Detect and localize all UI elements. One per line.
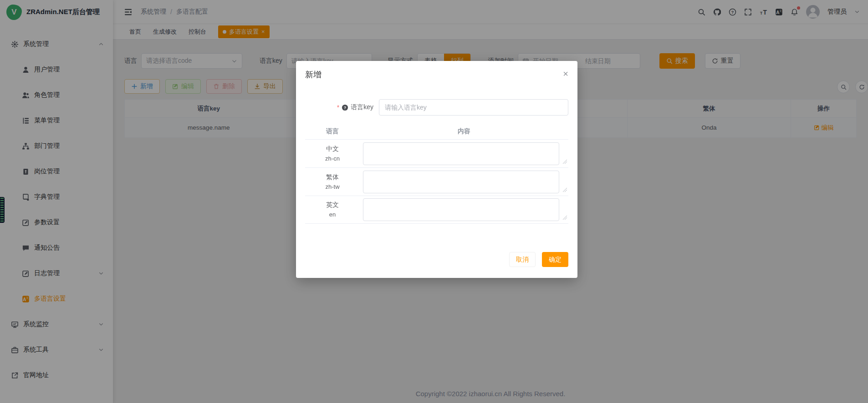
translation-row-zh-cn: 中文 zh-cn: [305, 139, 568, 167]
required-asterisk: *: [337, 104, 339, 111]
content-cell: [360, 198, 568, 221]
language-name-cell: 繁体 zh-tw: [305, 172, 360, 191]
close-icon[interactable]: ×: [563, 69, 568, 78]
language-key-label-zone: * 语言key: [305, 103, 373, 111]
column-header-content: 内容: [360, 127, 568, 136]
column-header-language: 语言: [305, 127, 360, 136]
translations-table: 语言 内容 中文 zh-cn 繁体 zh-tw 英文 en: [305, 124, 568, 224]
content-cell: [360, 171, 568, 193]
content-cell: [360, 142, 568, 165]
zh-tw-content-textarea[interactable]: [363, 171, 559, 193]
cancel-button[interactable]: 取消: [509, 252, 536, 267]
confirm-button[interactable]: 确定: [542, 252, 568, 267]
add-dialog: 新增 × * 语言key 语言 内容 中文 zh-cn 繁体 zh: [296, 61, 577, 278]
dialog-footer: 取消 确定: [509, 252, 568, 267]
en-content-textarea[interactable]: [363, 198, 559, 221]
translation-row-zh-tw: 繁体 zh-tw: [305, 167, 568, 196]
question-filled-icon[interactable]: [342, 104, 348, 111]
language-key-label: 语言key: [351, 103, 373, 111]
zh-cn-content-textarea[interactable]: [363, 142, 559, 165]
language-key-form-row: * 语言key: [296, 99, 577, 116]
translations-table-header: 语言 内容: [305, 124, 568, 139]
language-name-cell: 中文 zh-cn: [305, 144, 360, 163]
language-key-input[interactable]: [379, 99, 568, 116]
dialog-header: 新增 ×: [296, 61, 577, 80]
language-name-cell: 英文 en: [305, 200, 360, 219]
translation-row-en: 英文 en: [305, 196, 568, 224]
dialog-title: 新增: [305, 69, 322, 80]
